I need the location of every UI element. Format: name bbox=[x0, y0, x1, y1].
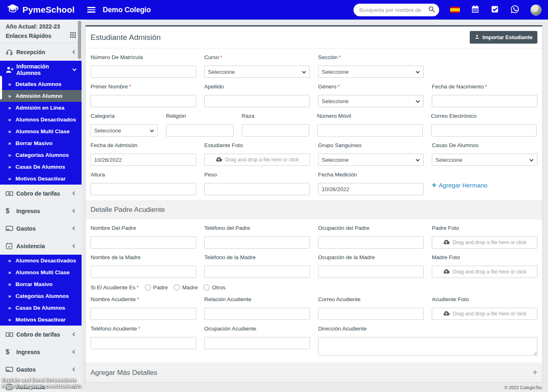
double-chevron-icon: » bbox=[8, 140, 15, 146]
correo-acudiente-input[interactable] bbox=[318, 308, 424, 320]
brand[interactable]: PymeSchool bbox=[0, 4, 82, 16]
import-student-button[interactable]: Importar Estudiante bbox=[470, 31, 537, 44]
nombre-padre-input[interactable] bbox=[91, 236, 196, 249]
altura-input[interactable] bbox=[91, 183, 196, 195]
cloud-upload-icon bbox=[443, 311, 450, 317]
sidebar-item-casas-de-alumnos[interactable]: »Casas De Alumnos bbox=[0, 161, 82, 173]
radio-icon[interactable] bbox=[145, 284, 151, 291]
whatsapp-icon[interactable] bbox=[510, 4, 519, 15]
peso-input[interactable] bbox=[204, 183, 310, 195]
ocupacion-acudiente-label: Ocupación Acudiente bbox=[204, 326, 310, 332]
sidebar-item-borrar-masivo[interactable]: »Borrar Masivo bbox=[0, 137, 82, 149]
ocupacion-madre-input[interactable] bbox=[318, 266, 424, 278]
sidebar-item-label: Borrar Masivo bbox=[15, 140, 53, 146]
acudiente-foto-dropzone[interactable]: Drag and drop a file here or click bbox=[432, 308, 537, 320]
more-details-section-header[interactable]: Agregar Más Detalles + bbox=[86, 363, 542, 383]
sidebar-item-recepcion[interactable]: Recepción bbox=[0, 43, 82, 61]
apellido-input[interactable] bbox=[204, 95, 310, 107]
relacion-acudiente-input[interactable] bbox=[204, 308, 310, 320]
add-sibling-link[interactable]: + Agregar Hermano bbox=[432, 181, 487, 189]
matricula-input[interactable] bbox=[91, 66, 196, 78]
nombre-acudiente-input[interactable] bbox=[91, 308, 196, 320]
page-app-title: Demo Colegio bbox=[103, 6, 151, 14]
sidebar-item-motivos-desactivar[interactable]: »Motivos Desactivar bbox=[0, 173, 82, 185]
radio-padre[interactable]: Padre bbox=[145, 284, 168, 291]
correo-acudiente-label: Correo Acudiente bbox=[318, 296, 424, 302]
telefono-acudiente-input[interactable] bbox=[91, 337, 196, 349]
sidebar: Año Actual: 2022-23 Enlaces Rápidos Rece… bbox=[0, 20, 82, 392]
fecha-admision-input[interactable] bbox=[91, 154, 196, 166]
sidebar-item-label: Casas De Alumnos bbox=[15, 164, 65, 170]
sidebar-item-ingresos[interactable]: $ Ingresos bbox=[0, 202, 82, 220]
primer-nombre-label: Primer Nombre* bbox=[91, 84, 196, 90]
sidebar-item-alumnos-desactivados-2[interactable]: »Alumnos Desactivados bbox=[0, 255, 82, 266]
genero-select[interactable]: Seleccione bbox=[318, 95, 424, 107]
sidebar-item-casas-de-alumnos-2[interactable]: »Casas De Alumnos bbox=[0, 302, 82, 314]
numero-movil-input[interactable] bbox=[317, 124, 423, 137]
altura-label: Altura bbox=[91, 172, 196, 178]
sidebar-item-admision-en-linea[interactable]: »Admisión en Línea bbox=[0, 102, 82, 114]
nombre-madre-input[interactable] bbox=[91, 266, 196, 278]
search-icon[interactable] bbox=[428, 6, 435, 14]
sidebar-item-gastos-2[interactable]: Gastos bbox=[0, 361, 82, 378]
telefono-padre-input[interactable] bbox=[204, 236, 310, 249]
categoria-select[interactable]: Seleccione bbox=[91, 124, 158, 137]
ocupacion-padre-input[interactable] bbox=[318, 236, 424, 249]
religion-input[interactable] bbox=[166, 124, 233, 137]
radio-icon[interactable] bbox=[174, 284, 180, 291]
sidebar-item-borrar-masivo-2[interactable]: »Borrar Masivo bbox=[0, 278, 82, 290]
person-plus-icon bbox=[6, 66, 16, 73]
grupo-sanguineo-select[interactable]: Seleccione bbox=[318, 154, 424, 166]
hamburger-icon[interactable] bbox=[87, 6, 95, 14]
correo-electronico-input[interactable] bbox=[431, 124, 537, 137]
seccion-select[interactable]: Seleccione bbox=[318, 66, 424, 78]
sidebar-item-detalles-alumnos[interactable]: »Detalles Alumnos bbox=[0, 78, 82, 90]
radio-icon[interactable] bbox=[203, 284, 210, 291]
spain-flag-icon[interactable] bbox=[450, 7, 460, 13]
user-avatar[interactable] bbox=[530, 4, 541, 15]
sidebar-item-categorias-alumnos-2[interactable]: »Categorías Alumnos bbox=[0, 290, 82, 302]
correo-electronico-label: Correo Electrónico bbox=[431, 113, 537, 119]
telefono-madre-input[interactable] bbox=[204, 266, 310, 278]
sidebar-item-admision-alumno[interactable]: »Admisión Alumno bbox=[0, 90, 82, 102]
plus-icon[interactable]: + bbox=[533, 368, 537, 377]
sidebar-item-asistencia[interactable]: Asistencia bbox=[0, 237, 82, 255]
casas-de-alumnos-label: Casas De Alumnos bbox=[432, 142, 537, 148]
guardian-question-label: Si El Acudiente Es* bbox=[91, 284, 139, 291]
sidebar-scrollbar[interactable] bbox=[78, 21, 81, 59]
sidebar-item-motivos-desactivar-2[interactable]: »Motivos Desactivar bbox=[0, 314, 82, 326]
sidebar-item-alumnos-desactivados[interactable]: »Alumnos Desactivados bbox=[0, 114, 82, 126]
madre-foto-dropzone[interactable]: Drag and drop a file here or click bbox=[432, 266, 537, 278]
casas-de-alumnos-select[interactable]: Seleccione bbox=[432, 154, 537, 166]
nombre-madre-label: Nombre de la Madre bbox=[91, 254, 196, 260]
sidebar-active-notch bbox=[0, 76, 2, 99]
sidebar-item-categorias-alumnos[interactable]: »Categorías Alumnos bbox=[0, 149, 82, 161]
sidebar-item-label: Admisión Alumno bbox=[15, 93, 62, 99]
calendar-icon[interactable] bbox=[471, 5, 480, 15]
sidebar-item-label: Alumnos Desactivados bbox=[15, 258, 76, 264]
search-input[interactable] bbox=[359, 7, 428, 13]
primer-nombre-input[interactable] bbox=[91, 95, 196, 107]
grid-apps-icon[interactable] bbox=[70, 32, 76, 40]
sidebar-item-alumnos-multi-clase[interactable]: »Alumnos Multi Clase bbox=[0, 126, 82, 137]
estudiante-foto-dropzone[interactable]: Drag and drop a file here or click bbox=[204, 154, 310, 166]
sidebar-item-ingresos-2[interactable]: $ Ingresos bbox=[0, 343, 82, 361]
raza-input[interactable] bbox=[242, 124, 309, 137]
sidebar-item-cobro-de-tarifas[interactable]: Cobro de tarifas bbox=[0, 185, 82, 202]
fecha-medicion-input[interactable] bbox=[318, 183, 424, 195]
curso-select[interactable]: Seleccione bbox=[204, 66, 310, 78]
sidebar-item-gastos[interactable]: Gastos bbox=[0, 220, 82, 237]
ocupacion-acudiente-input[interactable] bbox=[204, 337, 310, 349]
double-chevron-icon: » bbox=[8, 281, 15, 287]
tasks-check-square-icon[interactable] bbox=[491, 5, 499, 15]
sidebar-item-alumnos-multi-clase-2[interactable]: »Alumnos Multi Clase bbox=[0, 266, 82, 278]
nombre-padre-label: Nombre Del Padre bbox=[91, 225, 196, 231]
chevron-left-icon bbox=[73, 350, 77, 354]
sidebar-item-informacion-alumnos[interactable]: Información Alumnos bbox=[0, 61, 82, 78]
direccion-acudiente-textarea[interactable] bbox=[318, 337, 537, 356]
sidebar-item-cobro-de-tarifas-2[interactable]: Cobro de tarifas bbox=[0, 326, 82, 343]
radio-madre[interactable]: Madre bbox=[174, 284, 198, 291]
padre-foto-dropzone[interactable]: Drag and drop a file here or click bbox=[432, 236, 537, 249]
radio-otros[interactable]: Otros bbox=[203, 284, 225, 291]
fecha-nacimiento-input[interactable] bbox=[432, 95, 537, 107]
